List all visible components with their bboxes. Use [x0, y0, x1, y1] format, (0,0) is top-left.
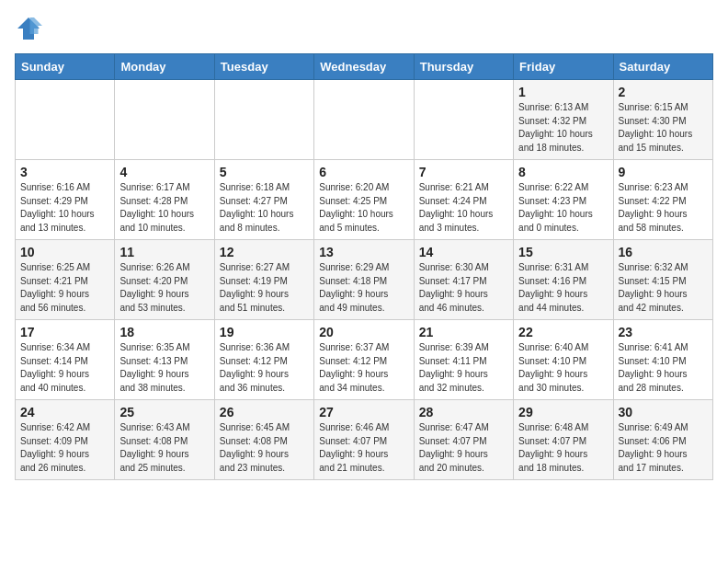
- day-info: Sunrise: 6:16 AM Sunset: 4:29 PM Dayligh…: [20, 181, 109, 235]
- day-number: 10: [20, 245, 109, 259]
- calendar-cell: [16, 80, 115, 160]
- day-info: Sunrise: 6:17 AM Sunset: 4:28 PM Dayligh…: [119, 181, 209, 235]
- day-number: 17: [20, 325, 109, 339]
- calendar-week-row: 1Sunrise: 6:13 AM Sunset: 4:32 PM Daylig…: [16, 80, 713, 160]
- calendar-cell: 30Sunrise: 6:49 AM Sunset: 4:06 PM Dayli…: [613, 400, 712, 480]
- day-info: Sunrise: 6:40 AM Sunset: 4:10 PM Dayligh…: [518, 341, 608, 395]
- weekday-header: Tuesday: [214, 54, 313, 80]
- day-number: 1: [518, 85, 608, 99]
- day-info: Sunrise: 6:21 AM Sunset: 4:24 PM Dayligh…: [419, 181, 508, 235]
- weekday-header: Monday: [115, 54, 214, 80]
- calendar-cell: 14Sunrise: 6:30 AM Sunset: 4:17 PM Dayli…: [414, 240, 513, 320]
- weekday-header: Sunday: [16, 54, 115, 80]
- calendar-cell: [214, 80, 313, 160]
- calendar-cell: 22Sunrise: 6:40 AM Sunset: 4:10 PM Dayli…: [514, 320, 613, 400]
- day-info: Sunrise: 6:43 AM Sunset: 4:08 PM Dayligh…: [119, 421, 209, 475]
- day-info: Sunrise: 6:34 AM Sunset: 4:14 PM Dayligh…: [20, 341, 109, 395]
- day-number: 16: [619, 245, 708, 259]
- calendar-cell: 20Sunrise: 6:37 AM Sunset: 4:12 PM Dayli…: [314, 320, 414, 400]
- calendar-cell: [414, 80, 513, 160]
- calendar-cell: 11Sunrise: 6:26 AM Sunset: 4:20 PM Dayli…: [115, 240, 214, 320]
- calendar-cell: 28Sunrise: 6:47 AM Sunset: 4:07 PM Dayli…: [414, 400, 513, 480]
- calendar-cell: 19Sunrise: 6:36 AM Sunset: 4:12 PM Dayli…: [214, 320, 313, 400]
- calendar-cell: 24Sunrise: 6:42 AM Sunset: 4:09 PM Dayli…: [16, 400, 115, 480]
- calendar-cell: 23Sunrise: 6:41 AM Sunset: 4:10 PM Dayli…: [613, 320, 712, 400]
- day-info: Sunrise: 6:41 AM Sunset: 4:10 PM Dayligh…: [619, 341, 708, 395]
- day-info: Sunrise: 6:31 AM Sunset: 4:16 PM Dayligh…: [518, 261, 608, 315]
- day-info: Sunrise: 6:25 AM Sunset: 4:21 PM Dayligh…: [20, 261, 109, 315]
- calendar-cell: 13Sunrise: 6:29 AM Sunset: 4:18 PM Dayli…: [314, 240, 414, 320]
- calendar-week-row: 3Sunrise: 6:16 AM Sunset: 4:29 PM Daylig…: [16, 160, 713, 240]
- day-info: Sunrise: 6:22 AM Sunset: 4:23 PM Dayligh…: [518, 181, 608, 235]
- calendar-cell: 27Sunrise: 6:46 AM Sunset: 4:07 PM Dayli…: [314, 400, 414, 480]
- day-info: Sunrise: 6:42 AM Sunset: 4:09 PM Dayligh…: [20, 421, 109, 475]
- day-number: 8: [518, 165, 608, 179]
- header-row: SundayMondayTuesdayWednesdayThursdayFrid…: [16, 54, 713, 80]
- weekday-header: Friday: [514, 54, 613, 80]
- day-number: 22: [518, 325, 608, 339]
- calendar-cell: [115, 80, 214, 160]
- day-number: 5: [220, 165, 309, 179]
- day-info: Sunrise: 6:48 AM Sunset: 4:07 PM Dayligh…: [518, 421, 608, 475]
- calendar-cell: 5Sunrise: 6:18 AM Sunset: 4:27 PM Daylig…: [214, 160, 313, 240]
- day-number: 18: [119, 325, 209, 339]
- calendar-cell: [314, 80, 414, 160]
- day-info: Sunrise: 6:45 AM Sunset: 4:08 PM Dayligh…: [220, 421, 309, 475]
- day-info: Sunrise: 6:23 AM Sunset: 4:22 PM Dayligh…: [619, 181, 708, 235]
- day-info: Sunrise: 6:46 AM Sunset: 4:07 PM Dayligh…: [319, 421, 408, 475]
- calendar-cell: 15Sunrise: 6:31 AM Sunset: 4:16 PM Dayli…: [514, 240, 613, 320]
- day-info: Sunrise: 6:15 AM Sunset: 4:30 PM Dayligh…: [619, 101, 708, 155]
- calendar-cell: 17Sunrise: 6:34 AM Sunset: 4:14 PM Dayli…: [16, 320, 115, 400]
- day-number: 15: [518, 245, 608, 259]
- day-number: 19: [220, 325, 309, 339]
- day-info: Sunrise: 6:47 AM Sunset: 4:07 PM Dayligh…: [419, 421, 508, 475]
- day-info: Sunrise: 6:18 AM Sunset: 4:27 PM Dayligh…: [220, 181, 309, 235]
- day-number: 12: [220, 245, 309, 259]
- day-number: 13: [319, 245, 408, 259]
- day-info: Sunrise: 6:13 AM Sunset: 4:32 PM Dayligh…: [518, 101, 608, 155]
- logo-icon: [15, 15, 42, 42]
- calendar-cell: 7Sunrise: 6:21 AM Sunset: 4:24 PM Daylig…: [414, 160, 513, 240]
- day-info: Sunrise: 6:26 AM Sunset: 4:20 PM Dayligh…: [119, 261, 209, 315]
- calendar-cell: 12Sunrise: 6:27 AM Sunset: 4:19 PM Dayli…: [214, 240, 313, 320]
- day-number: 11: [119, 245, 209, 259]
- calendar-cell: 3Sunrise: 6:16 AM Sunset: 4:29 PM Daylig…: [16, 160, 115, 240]
- day-info: Sunrise: 6:30 AM Sunset: 4:17 PM Dayligh…: [419, 261, 508, 315]
- day-info: Sunrise: 6:20 AM Sunset: 4:25 PM Dayligh…: [319, 181, 408, 235]
- calendar-cell: 1Sunrise: 6:13 AM Sunset: 4:32 PM Daylig…: [514, 80, 613, 160]
- calendar-cell: 8Sunrise: 6:22 AM Sunset: 4:23 PM Daylig…: [514, 160, 613, 240]
- calendar-week-row: 10Sunrise: 6:25 AM Sunset: 4:21 PM Dayli…: [16, 240, 713, 320]
- day-number: 26: [220, 405, 309, 419]
- calendar-week-row: 24Sunrise: 6:42 AM Sunset: 4:09 PM Dayli…: [16, 400, 713, 480]
- day-info: Sunrise: 6:35 AM Sunset: 4:13 PM Dayligh…: [119, 341, 209, 395]
- day-number: 14: [419, 245, 508, 259]
- day-info: Sunrise: 6:49 AM Sunset: 4:06 PM Dayligh…: [619, 421, 708, 475]
- calendar-cell: 25Sunrise: 6:43 AM Sunset: 4:08 PM Dayli…: [115, 400, 214, 480]
- day-info: Sunrise: 6:36 AM Sunset: 4:12 PM Dayligh…: [220, 341, 309, 395]
- weekday-header: Wednesday: [314, 54, 414, 80]
- calendar-week-row: 17Sunrise: 6:34 AM Sunset: 4:14 PM Dayli…: [16, 320, 713, 400]
- day-number: 21: [419, 325, 508, 339]
- calendar-cell: 29Sunrise: 6:48 AM Sunset: 4:07 PM Dayli…: [514, 400, 613, 480]
- calendar-table: SundayMondayTuesdayWednesdayThursdayFrid…: [15, 53, 713, 480]
- day-number: 7: [419, 165, 508, 179]
- day-number: 27: [319, 405, 408, 419]
- day-number: 4: [119, 165, 209, 179]
- calendar-cell: 18Sunrise: 6:35 AM Sunset: 4:13 PM Dayli…: [115, 320, 214, 400]
- calendar-cell: 9Sunrise: 6:23 AM Sunset: 4:22 PM Daylig…: [613, 160, 712, 240]
- day-number: 6: [319, 165, 408, 179]
- weekday-header: Thursday: [414, 54, 513, 80]
- calendar-cell: 2Sunrise: 6:15 AM Sunset: 4:30 PM Daylig…: [613, 80, 712, 160]
- day-number: 9: [619, 165, 708, 179]
- calendar-cell: 10Sunrise: 6:25 AM Sunset: 4:21 PM Dayli…: [16, 240, 115, 320]
- calendar-cell: 4Sunrise: 6:17 AM Sunset: 4:28 PM Daylig…: [115, 160, 214, 240]
- logo: [15, 15, 46, 42]
- day-info: Sunrise: 6:37 AM Sunset: 4:12 PM Dayligh…: [319, 341, 408, 395]
- calendar-cell: 16Sunrise: 6:32 AM Sunset: 4:15 PM Dayli…: [613, 240, 712, 320]
- day-number: 25: [119, 405, 209, 419]
- day-number: 23: [619, 325, 708, 339]
- day-info: Sunrise: 6:29 AM Sunset: 4:18 PM Dayligh…: [319, 261, 408, 315]
- day-info: Sunrise: 6:32 AM Sunset: 4:15 PM Dayligh…: [619, 261, 708, 315]
- day-info: Sunrise: 6:27 AM Sunset: 4:19 PM Dayligh…: [220, 261, 309, 315]
- day-number: 28: [419, 405, 508, 419]
